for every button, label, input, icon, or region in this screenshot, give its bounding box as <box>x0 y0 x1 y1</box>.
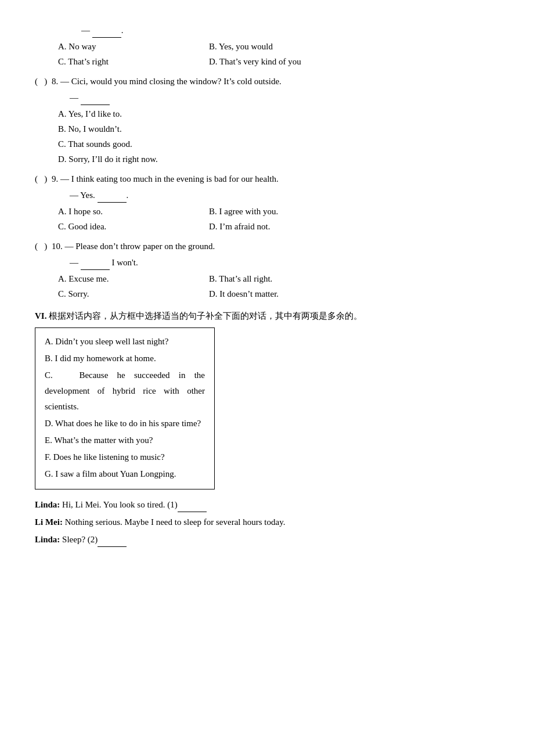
limei-text: Nothing serious. Maybe I need to sleep f… <box>65 517 286 527</box>
q8-text: 8. — Cici, would you mind closing the wi… <box>52 74 499 88</box>
dialogue-limei: Li Mei: Nothing serious. Maybe I need to… <box>35 515 499 529</box>
pre-options: A. No way B. Yes, you would C. That’s ri… <box>58 39 499 69</box>
q8-options: A. Yes, I’d like to. B. No, I wouldn’t. … <box>58 107 499 166</box>
q8-header: ( ) 8. — Cici, would you mind closing th… <box>35 74 499 88</box>
q10-header: ( ) 10. — Please don’t throw paper on th… <box>35 239 499 253</box>
linda-text-1: Hi, Li Mei. You look so tired. (1) <box>62 500 207 509</box>
linda-label-2: Linda: <box>35 535 60 544</box>
q8-blank <box>81 91 110 105</box>
section-vi-header: VI. 根据对话内容，从方框中选择适当的句子补全下面的对话，其中有两项是多余的。 <box>35 309 499 323</box>
choice-a: A. Didn’t you sleep well last night? <box>45 334 205 350</box>
dialogue-linda-1: Linda: Hi, Li Mei. You look so tired. (1… <box>35 498 499 512</box>
pre-options-row2: C. That’s right D. That’s very kind of y… <box>58 55 499 69</box>
q9-option-a: A. I hope so. <box>58 204 174 218</box>
q8-option-c: C. That sounds good. <box>58 137 499 151</box>
q9-blank <box>98 188 127 203</box>
blank-2 <box>98 532 127 547</box>
q8-paren: ( ) <box>35 74 49 88</box>
q10-text: 10. — Please don’t throw paper on the gr… <box>52 239 499 253</box>
question-10-block: ( ) 10. — Please don’t throw paper on th… <box>35 239 499 301</box>
q8-dash: — <box>70 93 78 102</box>
q9-option-d: D. I’m afraid not. <box>209 219 325 233</box>
choice-c: C. Because he succeeded in the developme… <box>45 368 205 415</box>
q10-option-a: A. Excuse me. <box>58 272 174 286</box>
q9-option-b: B. I agree with you. <box>209 204 325 218</box>
q10-row1: A. Excuse me. B. That’s all right. <box>58 272 499 286</box>
dialogue-linda-2: Linda: Sleep? (2) <box>35 532 499 546</box>
q10-blank-line: — I won't. <box>70 255 499 269</box>
q9-yes-line: — Yes. . <box>70 188 499 202</box>
page-content: — . A. No way B. Yes, you would C. That’… <box>35 23 499 546</box>
q9-text: 9. — I think eating too much in the even… <box>52 172 499 186</box>
q10-blank <box>81 255 110 270</box>
q10-option-b: B. That’s all right. <box>209 272 325 286</box>
q10-dash: — <box>70 258 78 267</box>
dialogue-block: Linda: Hi, Li Mei. You look so tired. (1… <box>35 498 499 546</box>
q10-option-d: D. It doesn’t matter. <box>209 287 325 301</box>
choice-e: E. What’s the matter with you? <box>45 433 205 448</box>
q9-row1: A. I hope so. B. I agree with you. <box>58 204 499 218</box>
linda-text-2: Sleep? (2) <box>62 535 127 544</box>
q10-row2: C. Sorry. D. It doesn’t matter. <box>58 287 499 301</box>
choice-g: G. I saw a film about Yuan Longping. <box>45 466 205 482</box>
q8-option-b: B. No, I wouldn’t. <box>58 122 499 136</box>
pre-options-row1: A. No way B. Yes, you would <box>58 39 499 53</box>
q9-option-c: C. Good idea. <box>58 219 174 233</box>
limei-label: Li Mei: <box>35 517 63 527</box>
q10-option-c: C. Sorry. <box>58 287 174 301</box>
section-vi-label: VI. <box>35 311 46 321</box>
top-blank <box>92 23 121 38</box>
dash-symbol: — <box>81 26 90 35</box>
choice-box: A. Didn’t you sleep well last night? B. … <box>35 327 215 489</box>
top-blank-line: — . <box>81 23 499 37</box>
q8-blank-line: — <box>70 91 499 105</box>
q10-paren: ( ) <box>35 239 49 253</box>
q9-paren: ( ) <box>35 172 49 186</box>
q8-option-a: A. Yes, I’d like to. <box>58 107 499 121</box>
q8-option-d: D. Sorry, I’ll do it right now. <box>58 152 499 166</box>
question-8-block: ( ) 8. — Cici, would you mind closing th… <box>35 74 499 166</box>
q9-header: ( ) 9. — I think eating too much in the … <box>35 172 499 186</box>
choice-f: F. Does he like listening to music? <box>45 449 205 465</box>
q10-options: A. Excuse me. B. That’s all right. C. So… <box>58 272 499 301</box>
top-blank-block: — . A. No way B. Yes, you would C. That’… <box>35 23 499 69</box>
blank-1 <box>178 498 207 512</box>
q10-wont: I won't. <box>112 258 138 267</box>
pre-option-c: C. That’s right <box>58 55 174 69</box>
q9-indent-text: — Yes. . <box>70 190 128 200</box>
pre-option-d: D. That’s very kind of you <box>209 55 325 69</box>
pre-option-a: A. No way <box>58 39 174 53</box>
question-9-block: ( ) 9. — I think eating too much in the … <box>35 172 499 233</box>
choice-d: D. What does he like to do in his spare … <box>45 416 205 431</box>
q9-row2: C. Good idea. D. I’m afraid not. <box>58 219 499 233</box>
linda-label-1: Linda: <box>35 500 60 509</box>
pre-option-b: B. Yes, you would <box>209 39 325 53</box>
choice-b: B. I did my homework at home. <box>45 351 205 366</box>
section-vi-instruction: 根据对话内容，从方框中选择适当的句子补全下面的对话，其中有两项是多余的。 <box>49 311 362 321</box>
q9-options: A. I hope so. B. I agree with you. C. Go… <box>58 204 499 233</box>
